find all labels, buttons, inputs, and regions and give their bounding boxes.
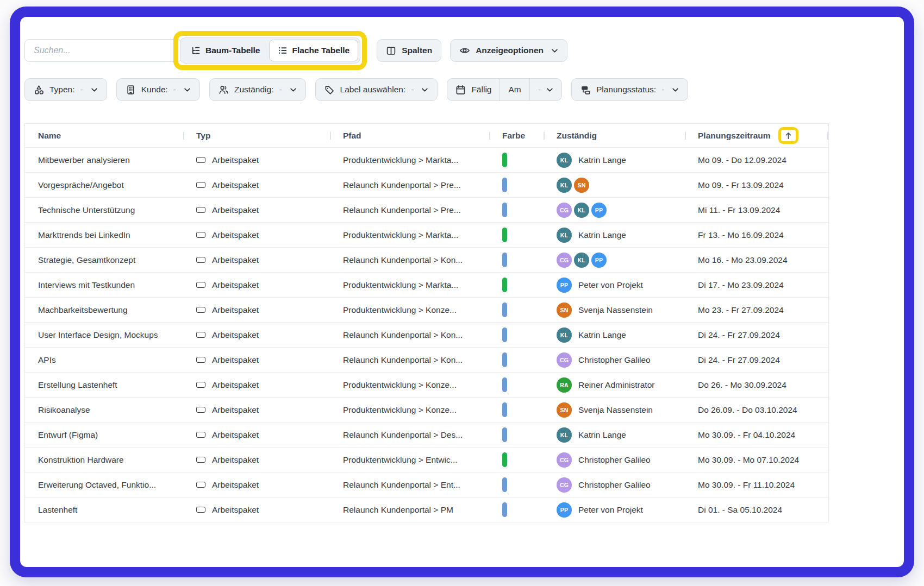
- filter-label: Typen:: [49, 85, 75, 94]
- color-pill: [502, 452, 507, 467]
- column-header-pfad[interactable]: Pfad: [330, 124, 489, 147]
- color-pill: [502, 327, 507, 342]
- cell-zeitraum: Do 26. - Mo 30.09.2024: [685, 380, 828, 390]
- cell-typ: Arbeitspaket: [183, 430, 330, 440]
- cell-pfad: Produktentwicklung > Konze...: [330, 305, 489, 315]
- columns-button[interactable]: Spalten: [377, 39, 441, 62]
- filter-planungsstatus[interactable]: Planungsstatus: -: [571, 78, 688, 101]
- work-package-icon: [196, 357, 205, 363]
- table-body: Mitbewerber analysierenArbeitspaketProdu…: [25, 148, 828, 522]
- assignee-name: Katrin Lange: [578, 330, 626, 340]
- table-row[interactable]: Erweiterung Octaved, Funktio...Arbeitspa…: [25, 472, 828, 497]
- table-row[interactable]: Entwurf (Figma)ArbeitspaketRelaunch Kund…: [25, 423, 828, 448]
- table-row[interactable]: User Interface Design, MockupsArbeitspak…: [25, 323, 828, 348]
- table-row[interactable]: RisikoanalyseArbeitspaketProduktentwickl…: [25, 398, 828, 423]
- sort-indicator-highlight: [778, 127, 798, 144]
- avatar: KL: [557, 327, 572, 343]
- cell-pfad: Relaunch Kundenportal > Ent...: [330, 480, 489, 490]
- cell-farbe: [489, 427, 544, 442]
- cell-zeitraum: Di 01. - Sa 05.10.2024: [685, 505, 828, 515]
- table-header: Name Typ Pfad Farbe Zuständig Planungsze…: [25, 124, 828, 148]
- cell-zeitraum: Di 24. - Fr 27.09.2024: [685, 330, 828, 340]
- filter-faellig[interactable]: Fällig: [447, 79, 500, 100]
- typ-label: Arbeitspaket: [212, 305, 259, 315]
- column-header-zustaendig[interactable]: Zuständig: [544, 124, 685, 147]
- assignee-name: Svenja Nassenstein: [578, 305, 653, 315]
- filter-label-select[interactable]: Label auswählen: -: [315, 78, 438, 101]
- table-row[interactable]: APIsArbeitspaketRelaunch Kundenportal > …: [25, 348, 828, 373]
- avatar: RA: [557, 377, 572, 393]
- chevron-down-icon: [546, 86, 553, 93]
- cell-farbe: [489, 303, 544, 317]
- column-header-name[interactable]: Name: [25, 124, 183, 147]
- building-icon: [126, 85, 136, 95]
- column-header-farbe[interactable]: Farbe: [489, 124, 544, 147]
- search-input[interactable]: [24, 39, 182, 62]
- avatar: SN: [574, 178, 589, 193]
- cell-farbe: [489, 178, 544, 192]
- faellig-value-button[interactable]: -: [529, 79, 561, 100]
- typ-label: Arbeitspaket: [212, 455, 259, 465]
- cell-name: Interviews mit Testkunden: [25, 280, 183, 290]
- cell-typ: Arbeitspaket: [183, 330, 330, 340]
- typ-label: Arbeitspaket: [212, 155, 259, 165]
- typ-label: Arbeitspaket: [212, 255, 259, 265]
- view-toggle: Baum-Tabelle Flache: [180, 37, 360, 64]
- tree-table-button[interactable]: Baum-Tabelle: [182, 40, 269, 61]
- cell-name: APIs: [25, 355, 183, 365]
- cell-pfad: Relaunch Kundenportal > PM: [330, 505, 489, 515]
- cell-zustaendig: SNSvenja Nassenstein: [544, 303, 685, 318]
- filter-zustaendig[interactable]: Zuständig: -: [209, 78, 306, 101]
- table-row[interactable]: Erstellung LastenheftArbeitspaketProdukt…: [25, 373, 828, 398]
- cell-farbe: [489, 477, 544, 492]
- table-row[interactable]: Konstruktion HardwareArbeitspaketProdukt…: [25, 448, 828, 472]
- display-options-button[interactable]: Anzeigeoptionen: [450, 39, 567, 62]
- cell-typ: Arbeitspaket: [183, 355, 330, 365]
- cell-zustaendig: KLKatrin Lange: [544, 327, 685, 343]
- filter-typen[interactable]: Typen: -: [24, 78, 107, 101]
- filter-bar: Typen: - Kunde: -: [24, 78, 904, 102]
- column-header-planungszeitraum[interactable]: Planungszeitraum: [685, 124, 828, 147]
- table-row[interactable]: Interviews mit TestkundenArbeitspaketPro…: [25, 273, 828, 298]
- cell-zeitraum: Fr 13. - Mo 16.09.2024: [685, 230, 828, 240]
- table-row[interactable]: Mitbewerber analysierenArbeitspaketProdu…: [25, 148, 828, 173]
- cell-zustaendig: RAReiner Administrator: [544, 377, 685, 393]
- work-package-icon: [196, 207, 205, 213]
- faellig-mode-label: Am: [508, 85, 521, 94]
- cell-name: Machbarkeitsbewertung: [25, 305, 183, 315]
- columns-icon: [386, 46, 396, 56]
- table-row[interactable]: Markttrends bei LinkedInArbeitspaketProd…: [25, 223, 828, 248]
- table-row[interactable]: MachbarkeitsbewertungArbeitspaketProdukt…: [25, 298, 828, 323]
- table-row[interactable]: LastenheftArbeitspaketRelaunch Kundenpor…: [25, 497, 828, 522]
- filter-label: Planungsstatus:: [596, 85, 656, 94]
- color-pill: [502, 477, 507, 492]
- chevron-down-icon: [421, 86, 428, 93]
- table-row[interactable]: Technische UnterstützungArbeitspaketRela…: [25, 198, 828, 223]
- cell-farbe: [489, 502, 544, 517]
- color-pill: [502, 253, 507, 267]
- work-package-icon: [196, 282, 205, 288]
- color-pill: [502, 303, 507, 317]
- column-label: Planungszeitraum: [698, 131, 771, 141]
- cell-zeitraum: Do 26.09. - Do 03.10.2024: [685, 405, 828, 415]
- cell-typ: Arbeitspaket: [183, 505, 330, 515]
- cell-zustaendig: KLKatrin Lange: [544, 153, 685, 168]
- work-package-icon: [196, 307, 205, 313]
- flat-table-label: Flache Tabelle: [292, 46, 350, 55]
- column-label: Name: [38, 131, 61, 141]
- filter-kunde[interactable]: Kunde: -: [116, 78, 200, 101]
- flat-table-button[interactable]: Flache Tabelle: [269, 40, 359, 61]
- cell-zeitraum: Di 24. - Fr 27.09.2024: [685, 355, 828, 365]
- assignee-name: Christopher Galileo: [578, 480, 651, 490]
- sort-ascending-icon[interactable]: [784, 131, 793, 140]
- cell-zustaendig: CGChristopher Galileo: [544, 477, 685, 493]
- faellig-mode-button[interactable]: Am: [500, 79, 529, 100]
- column-header-typ[interactable]: Typ: [183, 124, 330, 147]
- work-package-icon: [196, 432, 205, 438]
- table-row[interactable]: Strategie, GesamtkonzeptArbeitspaketRela…: [25, 248, 828, 273]
- table-row[interactable]: Vorgespräche/AngebotArbeitspaketRelaunch…: [25, 173, 828, 198]
- faellig-label: Fällig: [471, 85, 491, 94]
- cell-farbe: [489, 153, 544, 167]
- assignee-name: Christopher Galileo: [578, 455, 651, 465]
- avatar: CG: [557, 253, 572, 268]
